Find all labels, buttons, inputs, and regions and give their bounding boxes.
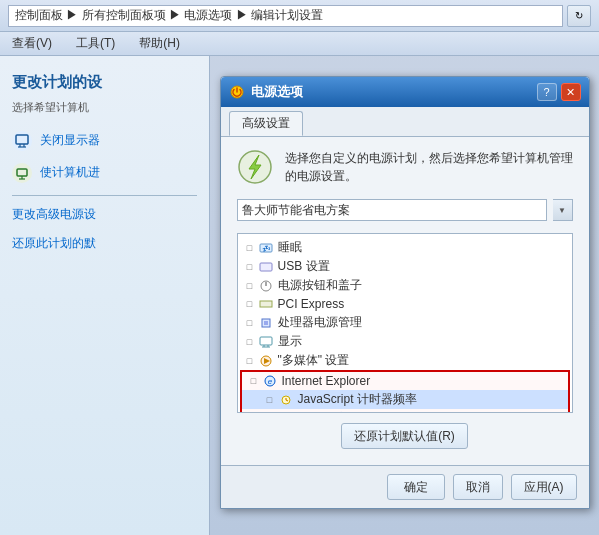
monitor-link-text: 关闭显示器 [40,132,100,149]
dialog-desc-text: 选择您自定义的电源计划，然后选择您希望计算机管理的电源设置。 [285,149,573,185]
js-timer-icon [278,392,294,408]
display-expand-icon: □ [242,334,258,350]
usb-icon [258,259,274,275]
ie-icon: e [262,373,278,389]
ok-button[interactable]: 确定 [387,474,445,500]
dialog-controls: ? ✕ [537,83,581,101]
sidebar-divider [12,195,197,196]
media-icon [258,353,274,369]
dropdown-row: 鲁大师节能省电方案平衡高性能省电 ▼ [237,199,573,221]
refresh-icon: ↻ [575,10,583,21]
dialog-titlebar: 电源选项 ? ✕ [221,77,589,107]
dialog-title-area: 电源选项 [229,83,303,101]
powerbutton-label: 电源按钮和盖子 [278,277,362,294]
svg-rect-18 [260,337,272,345]
sidebar-link-computer[interactable]: 使计算机进 [12,163,197,183]
plan-dropdown[interactable]: 鲁大师节能省电方案平衡高性能省电 [237,199,547,221]
computer-icon [12,163,32,183]
sleep-label: 睡眠 [278,239,302,256]
usb-label: USB 设置 [278,258,330,275]
refresh-button[interactable]: ↻ [567,5,591,27]
sidebar-subtitle: 选择希望计算机 [12,100,197,115]
sleep-expand-icon: □ [242,240,258,256]
tree-item-display[interactable]: □ 显示 [238,332,572,351]
monitor-icon [12,131,32,151]
dialog-body: 选择您自定义的电源计划，然后选择您希望计算机管理的电源设置。 鲁大师节能省电方案… [221,137,589,465]
cpu-expand-icon: □ [242,315,258,331]
svg-rect-17 [264,321,268,325]
dialog-title-text: 电源选项 [251,83,303,101]
pci-label: PCI Express [278,297,345,311]
media-expand-icon: □ [242,353,258,369]
powerbutton-expand-icon: □ [242,278,258,294]
tree-item-cpu[interactable]: □ 处理器电源管理 [238,313,572,332]
menu-bar: 查看(V) 工具(T) 帮助(H) [0,32,599,56]
menu-view[interactable]: 查看(V) [8,33,56,54]
pci-icon [258,296,274,312]
svg-rect-15 [260,301,272,307]
media-label: "多媒体" 设置 [278,352,350,369]
svg-text:💤: 💤 [261,244,270,253]
js-value-text: 设置: 最高性能 [278,410,373,413]
dropdown-arrow-icon[interactable]: ▼ [553,199,573,221]
svg-rect-12 [260,263,272,271]
sidebar: 更改计划的设 选择希望计算机 关闭显示器 使计算机进 更改高级电源设 还原此计划… [0,56,210,535]
pci-expand-icon: □ [242,296,258,312]
ie-group: □ e Internet Explorer □ [240,370,570,413]
js-timer-expand-icon: □ [262,392,278,408]
ie-expand-icon: □ [246,373,262,389]
address-path: 控制面板 ▶ 所有控制面板项 ▶ 电源选项 ▶ 编辑计划设置 [8,5,563,27]
address-path-text: 控制面板 ▶ 所有控制面板项 ▶ 电源选项 ▶ 编辑计划设置 [15,7,323,24]
dialog-description: 选择您自定义的电源计划，然后选择您希望计算机管理的电源设置。 [237,149,573,185]
dialog-footer: 确定 取消 应用(A) [221,465,589,508]
tree-item-js-timer[interactable]: □ JavaScript 计时器频率 [242,390,568,409]
tab-advanced-settings[interactable]: 高级设置 [229,111,303,136]
restore-link-text: 还原此计划的默 [12,235,96,252]
tree-item-pci[interactable]: □ PCI Express [238,295,572,313]
dialog-help-button[interactable]: ? [537,83,557,101]
sidebar-link-advanced[interactable]: 更改高级电源设 [12,206,197,223]
tree-item-sleep[interactable]: □ 💤 睡眠 [238,238,572,257]
address-bar: 控制面板 ▶ 所有控制面板项 ▶ 电源选项 ▶ 编辑计划设置 ↻ [0,0,599,32]
computer-link-text: 使计算机进 [40,164,100,181]
modal-overlay: 电源选项 ? ✕ 高级设置 [210,56,599,535]
tree-item-js-value[interactable]: 设置: 最高性能 [242,409,568,413]
sleep-icon: 💤 [258,240,274,256]
powerbutton-icon [258,278,274,294]
display-label: 显示 [278,333,302,350]
js-timer-label: JavaScript 计时器频率 [298,391,417,408]
usb-expand-icon: □ [242,259,258,275]
tree-item-media[interactable]: □ "多媒体" 设置 [238,351,572,370]
sidebar-title: 更改计划的设 [12,72,197,92]
cpu-icon [258,315,274,331]
ie-label: Internet Explorer [282,374,371,388]
sidebar-link-monitor[interactable]: 关闭显示器 [12,131,197,151]
tree-item-powerbutton[interactable]: □ 电源按钮和盖子 [238,276,572,295]
restore-defaults-button[interactable]: 还原计划默认值(R) [341,423,468,449]
svg-text:e: e [267,377,272,386]
lightning-icon [237,149,273,185]
power-options-dialog: 电源选项 ? ✕ 高级设置 [220,76,590,509]
dialog-tabs: 高级设置 [221,107,589,137]
content-area: 取消 电源选项 ? [210,56,599,535]
tree-item-usb[interactable]: □ USB 设置 [238,257,572,276]
power-options-icon [229,84,245,100]
settings-tree[interactable]: □ 💤 睡眠 □ [237,233,573,413]
svg-rect-4 [17,169,27,176]
advanced-link-text: 更改高级电源设 [12,206,96,223]
tree-item-ie[interactable]: □ e Internet Explorer [242,372,568,390]
menu-help[interactable]: 帮助(H) [135,33,184,54]
main-area: 更改计划的设 选择希望计算机 关闭显示器 使计算机进 更改高级电源设 还原此计划… [0,56,599,535]
footer-buttons: 确定 取消 应用(A) [387,474,577,500]
apply-button[interactable]: 应用(A) [511,474,577,500]
restore-row: 还原计划默认值(R) [237,423,573,449]
menu-tools[interactable]: 工具(T) [72,33,119,54]
display-icon [258,334,274,350]
os-background: 控制面板 ▶ 所有控制面板项 ▶ 电源选项 ▶ 编辑计划设置 ↻ 查看(V) 工… [0,0,599,535]
sidebar-link-restore[interactable]: 还原此计划的默 [12,235,197,252]
cancel-button[interactable]: 取消 [453,474,503,500]
svg-rect-0 [16,135,28,144]
dialog-close-button[interactable]: ✕ [561,83,581,101]
cpu-label: 处理器电源管理 [278,314,362,331]
